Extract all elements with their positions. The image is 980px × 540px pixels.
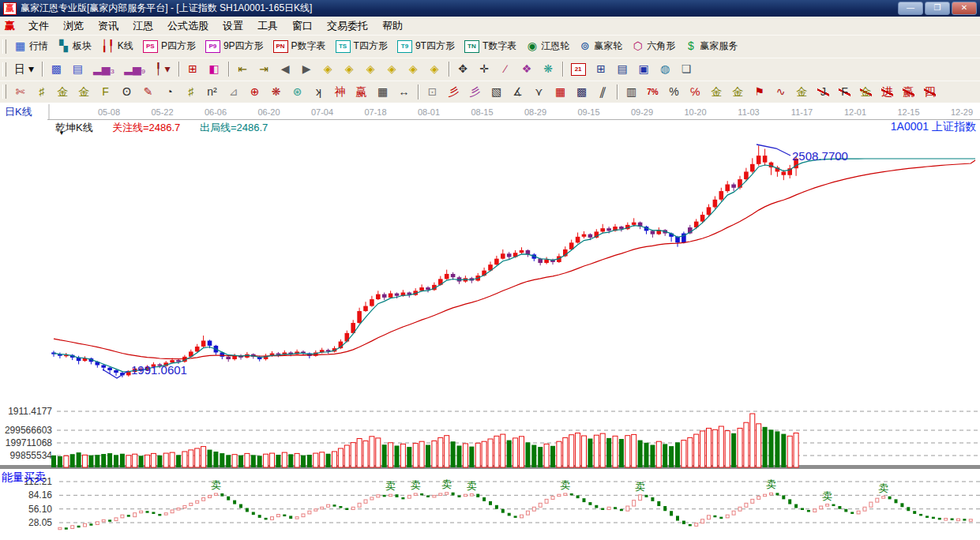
menu-settings[interactable]: 设置: [216, 17, 250, 35]
nav-last-button[interactable]: ⇥: [253, 62, 275, 77]
candle-body[interactable]: [725, 185, 730, 192]
candle-body[interactable]: [544, 260, 549, 263]
candle-body[interactable]: [419, 287, 424, 291]
toolbar-grip[interactable]: [2, 62, 6, 77]
hand-tool[interactable]: ✥: [452, 62, 474, 77]
circle-cross-tool[interactable]: ⊕: [244, 84, 265, 99]
notepad-icon[interactable]: ▤: [612, 62, 633, 77]
f-grid-tool[interactable]: F: [95, 84, 116, 99]
ying-tool[interactable]: 赢: [351, 84, 372, 99]
k-quote-tool[interactable]: ʞ: [308, 84, 329, 99]
quotes-button[interactable]: ▦行情: [9, 38, 53, 54]
t-square-button[interactable]: TST四方形: [331, 38, 392, 54]
grid-blue-tool[interactable]: ▩: [571, 84, 592, 99]
candle-body[interactable]: [632, 223, 636, 225]
price-comb-tool[interactable]: ♯: [180, 84, 201, 99]
candle-body[interactable]: [588, 234, 593, 238]
qiankun-dropdown-icon[interactable]: ▼: [58, 129, 65, 137]
meter-bars-tool[interactable]: ▥: [621, 84, 642, 99]
gann-wheel-button[interactable]: ◉江恩轮: [521, 38, 574, 54]
angle-mirror-tool[interactable]: ⊿: [223, 84, 244, 99]
flag-pen-tool[interactable]: ⚑: [749, 84, 770, 99]
diamond-left-icon[interactable]: ◈: [317, 62, 339, 77]
percent-7-tool[interactable]: 7%: [642, 84, 663, 99]
dial-circle-tool[interactable]: ◔: [159, 84, 180, 99]
candle-body[interactable]: [606, 228, 611, 231]
menu-trade-entrust[interactable]: 交易委托: [320, 17, 375, 35]
candle-body[interactable]: [494, 259, 499, 264]
winner-service-button[interactable]: $赢家服务: [680, 38, 742, 54]
gann-frame-icon[interactable]: ⊞: [182, 62, 204, 77]
gold-lines-tool[interactable]: 金: [727, 84, 749, 99]
trend-net-icon[interactable]: ▩: [46, 62, 67, 77]
candle-body[interactable]: [445, 274, 449, 279]
candle-body[interactable]: [719, 191, 724, 200]
diamond-expand-icon[interactable]: ◈: [403, 62, 424, 77]
menu-formula-stock-pick[interactable]: 公式选股: [160, 17, 216, 35]
angle-rays-tool[interactable]: ∡: [507, 84, 528, 99]
p-number-table-button[interactable]: PNP数字表: [268, 38, 331, 54]
minimize-button[interactable]: —: [898, 2, 923, 15]
info-doc-icon[interactable]: ▤: [67, 62, 88, 77]
candle-body[interactable]: [451, 274, 456, 277]
slant-lines-tool[interactable]: ∥: [592, 84, 614, 99]
candle-body[interactable]: [582, 234, 587, 237]
calendar-icon[interactable]: 21: [566, 62, 591, 77]
diamond-hsplit-icon[interactable]: ◈: [360, 62, 381, 77]
candle-body[interactable]: [750, 164, 755, 172]
gann-formula-icon[interactable]: ❖: [516, 62, 538, 77]
winner-wheel-button[interactable]: ⊚赢家轮: [574, 38, 627, 54]
candle-body[interactable]: [114, 370, 118, 373]
maximize-button[interactable]: ❐: [925, 2, 950, 15]
candle-body[interactable]: [600, 228, 605, 231]
bars-9-icon[interactable]: ▂▅₉: [119, 62, 150, 77]
grid-123-tool[interactable]: ▦: [372, 84, 393, 99]
candle-body[interactable]: [170, 360, 175, 362]
span-arrows-tool[interactable]: ↔: [393, 84, 415, 99]
close-button[interactable]: ✕: [952, 2, 977, 15]
price-volume-indicator-chart[interactable]: 05-0805-2206-0606-2007-0407-1808-0108-15…: [0, 103, 980, 540]
candle-body[interactable]: [707, 207, 712, 215]
candle-body[interactable]: [782, 171, 787, 174]
menu-news[interactable]: 资讯: [91, 17, 126, 35]
v-lines-tool[interactable]: ⋎: [528, 84, 550, 99]
candle-body[interactable]: [507, 253, 512, 257]
candle-body[interactable]: [201, 340, 206, 346]
menu-help[interactable]: 帮助: [375, 17, 410, 35]
n-squared-tool[interactable]: n²: [201, 84, 223, 99]
kline-button[interactable]: ╽╿K线: [96, 38, 138, 54]
box-frame-tool[interactable]: ⊡: [422, 84, 443, 99]
period-label[interactable]: 日K线: [5, 105, 32, 119]
step-back-button[interactable]: ◀: [275, 62, 296, 77]
menu-browse[interactable]: 浏览: [56, 17, 91, 35]
candle-period-dropdown[interactable]: ╿ ▾: [150, 62, 175, 77]
candle-body[interactable]: [232, 356, 237, 359]
candle-body[interactable]: [376, 294, 381, 299]
angle-gold-tool[interactable]: 金: [855, 84, 877, 99]
web-grid-tool[interactable]: ⊛: [287, 84, 308, 99]
indicator-label[interactable]: 能量买卖: [2, 471, 46, 485]
9t-square-button[interactable]: T99T四方形: [392, 38, 460, 54]
menu-gann[interactable]: 江恩: [126, 17, 160, 35]
candle-body[interactable]: [395, 294, 400, 296]
candle-body[interactable]: [501, 253, 505, 258]
candle-body[interactable]: [357, 311, 362, 323]
time-comb-tool[interactable]: ♯: [31, 84, 52, 99]
angle-si-tool[interactable]: 四: [919, 84, 941, 99]
profile-chart-icon[interactable]: ◧: [204, 62, 225, 77]
save-icon[interactable]: ▣: [633, 62, 655, 77]
toolbar-grip[interactable]: [2, 39, 6, 54]
candle-body[interactable]: [370, 299, 374, 306]
line-segment-tool[interactable]: ∕: [495, 62, 516, 77]
gold-circle-tool[interactable]: 金: [706, 84, 727, 99]
knife-tool[interactable]: ✄: [9, 84, 31, 99]
nav-first-button[interactable]: ⇤: [232, 62, 253, 77]
print-cart-icon[interactable]: ❏: [676, 62, 697, 77]
hexagon-button[interactable]: ⬡六角形: [627, 38, 680, 54]
candle-body[interactable]: [713, 200, 718, 208]
candle-body[interactable]: [744, 171, 749, 179]
candle-body[interactable]: [651, 231, 655, 234]
percent-line-tool[interactable]: ℅: [685, 84, 706, 99]
angle-f-tool[interactable]: F: [834, 84, 855, 99]
sectors-button[interactable]: ▚板块: [53, 38, 96, 54]
